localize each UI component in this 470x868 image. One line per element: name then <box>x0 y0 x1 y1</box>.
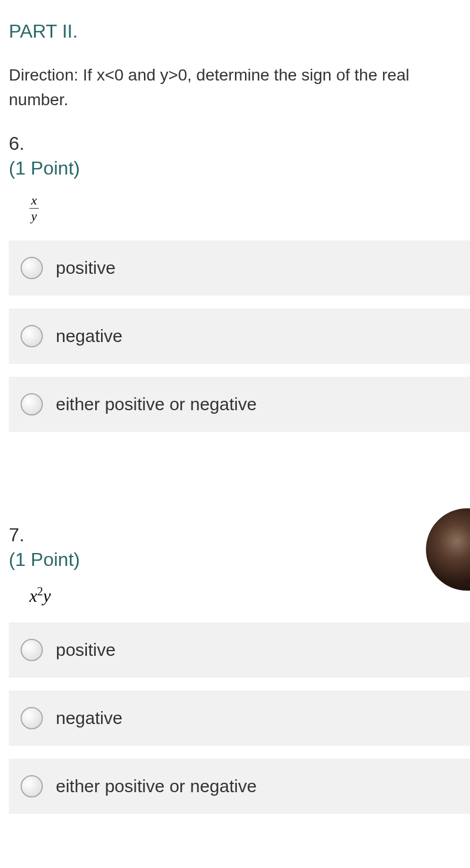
part-heading: PART II. <box>0 0 470 42</box>
points-label: (1 Point) <box>9 157 470 179</box>
question-7: 7. (1 Point) x2y <box>0 504 470 622</box>
fraction-denominator: y <box>29 209 39 223</box>
option-label: either positive or negative <box>56 776 257 796</box>
option-label: negative <box>56 326 122 346</box>
radio-icon <box>21 325 43 347</box>
radio-icon <box>21 639 43 661</box>
option-label: either positive or negative <box>56 394 257 414</box>
radio-icon <box>21 393 43 415</box>
option-label: positive <box>56 640 116 660</box>
direction-text: Direction: If x<0 and y>0, determine the… <box>0 42 470 112</box>
radio-icon <box>21 775 43 797</box>
option-negative[interactable]: negative <box>9 309 470 364</box>
question-expression: x2y <box>9 571 470 622</box>
option-negative[interactable]: negative <box>9 691 470 746</box>
question-6-options: positive negative either positive or neg… <box>0 240 470 432</box>
question-7-options: positive negative either positive or neg… <box>0 622 470 814</box>
fraction-expression: x y <box>29 194 39 223</box>
question-number: 6. <box>9 133 470 155</box>
radio-icon <box>21 707 43 729</box>
points-label: (1 Point) <box>9 549 470 571</box>
option-label: negative <box>56 708 122 728</box>
option-positive[interactable]: positive <box>9 240 470 296</box>
polynomial-expression: x2y <box>29 586 51 605</box>
radio-icon <box>21 257 43 279</box>
option-either[interactable]: either positive or negative <box>9 759 470 814</box>
question-6: 6. (1 Point) x y <box>0 112 470 240</box>
option-label: positive <box>56 258 116 278</box>
option-positive[interactable]: positive <box>9 622 470 678</box>
question-number: 7. <box>9 524 470 546</box>
question-expression: x y <box>9 179 470 240</box>
fraction-numerator: x <box>29 194 39 209</box>
option-either[interactable]: either positive or negative <box>9 377 470 432</box>
